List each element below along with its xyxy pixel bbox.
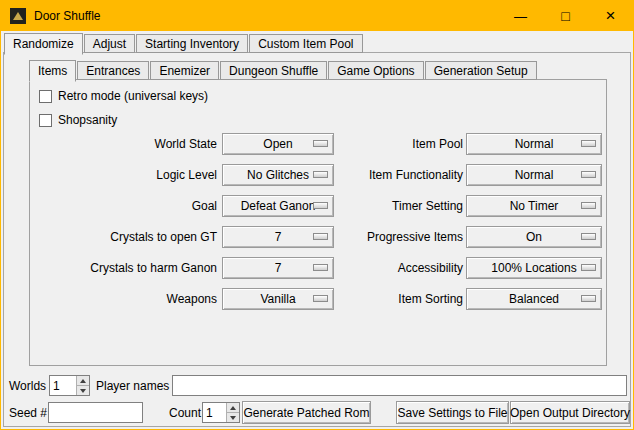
count-down-arrow[interactable] [227,412,239,422]
retro-mode-label: Retro mode (universal keys) [58,89,208,103]
tab-randomize[interactable]: Randomize [4,33,83,55]
player-names-input[interactable] [172,375,627,396]
crystals-ganon-label: Crystals to harm Ganon [30,257,217,279]
dropdown-indicator-icon [581,264,596,271]
item-pool-label: Item Pool [346,133,463,155]
world-state-dropdown[interactable]: Open [222,133,334,155]
dropdown-indicator-icon [313,140,328,147]
outer-tabbar: Randomize Adjust Starting Inventory Cust… [4,32,364,53]
accessibility-label: Accessibility [346,257,463,279]
down-arrow-icon [230,416,236,420]
worlds-input[interactable] [50,376,76,395]
item-sorting-dropdown[interactable]: Balanced [466,288,602,310]
item-sorting-label: Item Sorting [346,288,463,310]
world-state-label: World State [30,133,217,155]
worlds-up-arrow[interactable] [77,376,89,385]
weapons-label: Weapons [30,288,217,310]
dropdown-indicator-icon [313,295,328,302]
dropdown-indicator-icon [581,202,596,209]
goal-label: Goal [30,195,217,217]
crystals-ganon-dropdown[interactable]: 7 [222,257,334,279]
maximize-button[interactable]: □ [543,1,588,31]
shopsanity-label: Shopsanity [58,113,117,127]
dropdown-indicator-icon [313,233,328,240]
count-input[interactable] [203,403,226,422]
tab-items[interactable]: Items [29,60,76,82]
accessibility-dropdown[interactable]: 100% Locations [466,257,602,279]
crystals-gt-dropdown[interactable]: 7 [222,226,334,248]
logic-level-dropdown[interactable]: No Glitches [222,164,334,186]
progressive-items-label: Progressive Items [346,226,463,248]
door-shuffle-window: Door Shuffle — □ × Randomize Adjust Star… [0,0,634,430]
player-names-label: Player names [96,376,169,396]
tab-entrances[interactable]: Entrances [77,61,149,80]
seed-label: Seed # [9,403,47,423]
progressive-items-dropdown[interactable]: On [466,226,602,248]
inner-tabbar: Items Entrances Enemizer Dungeon Shuffle… [29,58,538,80]
dropdown-indicator-icon [313,202,328,209]
window-title: Door Shuffle [34,9,101,23]
worlds-spinner[interactable] [49,375,90,396]
randomize-tab-panel: Items Entrances Enemizer Dungeon Shuffle… [3,52,631,427]
dropdown-indicator-icon [313,171,328,178]
worlds-down-arrow[interactable] [77,385,89,395]
minimize-button[interactable]: — [498,1,543,31]
item-pool-dropdown[interactable]: Normal [466,133,602,155]
close-button[interactable]: × [588,1,633,31]
tab-starting-inventory[interactable]: Starting Inventory [136,34,248,53]
retro-mode-checkbox[interactable]: Retro mode (universal keys) [39,88,208,104]
open-output-directory-button[interactable]: Open Output Directory [510,401,630,424]
worlds-label: Worlds [9,376,46,396]
tab-generation-setup[interactable]: Generation Setup [425,61,537,80]
seed-input[interactable] [48,402,143,423]
goal-dropdown[interactable]: Defeat Ganon [222,195,334,217]
down-arrow-icon [80,389,86,393]
logic-level-label: Logic Level [30,164,217,186]
count-spinner[interactable] [202,402,240,423]
dropdown-indicator-icon [581,233,596,240]
count-up-arrow[interactable] [227,403,239,412]
tab-dungeon-shuffle[interactable]: Dungeon Shuffle [220,61,327,80]
checkbox-icon[interactable] [39,90,52,103]
tab-custom-item-pool[interactable]: Custom Item Pool [249,34,362,53]
shopsanity-checkbox[interactable]: Shopsanity [39,112,117,128]
dropdown-indicator-icon [581,140,596,147]
titlebar[interactable]: Door Shuffle — □ × [1,1,633,31]
app-icon [10,8,26,24]
tab-enemizer[interactable]: Enemizer [150,61,219,80]
timer-setting-dropdown[interactable]: No Timer [466,195,602,217]
dropdown-indicator-icon [581,295,596,302]
timer-setting-label: Timer Setting [346,195,463,217]
window-controls: — □ × [498,1,633,31]
item-functionality-dropdown[interactable]: Normal [466,164,602,186]
item-functionality-label: Item Functionality [346,164,463,186]
dropdown-indicator-icon [581,171,596,178]
weapons-dropdown[interactable]: Vanilla [222,288,334,310]
save-settings-button[interactable]: Save Settings to File [396,401,509,424]
count-label: Count [169,403,201,423]
checkbox-icon[interactable] [39,114,52,127]
tab-game-options[interactable]: Game Options [328,61,423,80]
crystals-gt-label: Crystals to open GT [30,226,217,248]
up-arrow-icon [230,406,236,410]
dropdown-indicator-icon [313,264,328,271]
generate-patched-rom-button[interactable]: Generate Patched Rom [242,401,371,424]
up-arrow-icon [80,379,86,383]
items-tab-panel: Retro mode (universal keys) Shopsanity W… [29,79,607,366]
tab-adjust[interactable]: Adjust [84,34,135,53]
